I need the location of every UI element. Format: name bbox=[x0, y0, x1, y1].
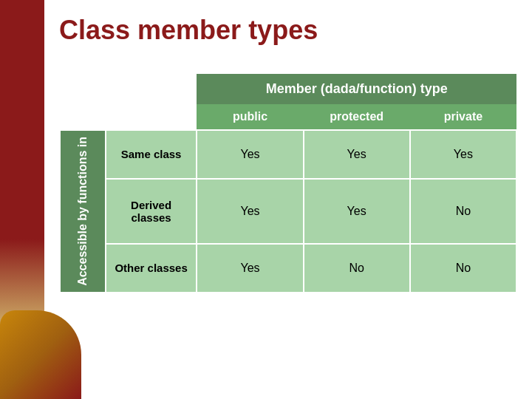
col-header-private: private bbox=[410, 104, 516, 130]
col-header-protected: protected bbox=[304, 104, 410, 130]
row-label-other-classes: Other classes bbox=[106, 244, 197, 293]
derived-classes-public: Yes bbox=[197, 179, 303, 244]
other-classes-private: No bbox=[410, 244, 516, 293]
main-header-label: Member (dada/function) type bbox=[197, 74, 516, 104]
col-header-public: public bbox=[197, 104, 303, 130]
same-class-protected: Yes bbox=[304, 130, 410, 179]
row-label-same-class: Same class bbox=[106, 130, 197, 179]
other-classes-public: Yes bbox=[197, 244, 303, 293]
header-empty-2 bbox=[106, 74, 197, 104]
sub-header-empty-1 bbox=[60, 104, 106, 130]
derived-classes-protected: Yes bbox=[304, 179, 410, 244]
sub-header-empty-2 bbox=[106, 104, 197, 130]
bottom-left-decoration bbox=[0, 310, 81, 399]
row-label-derived-classes: Derived classes bbox=[106, 179, 197, 244]
table-row-derived-classes: Derived classes Yes Yes No bbox=[60, 179, 516, 244]
table-row-same-class: Accessible by functions in Same class Ye… bbox=[60, 130, 516, 179]
table-row-other-classes: Other classes Yes No No bbox=[60, 244, 516, 293]
header-empty-1 bbox=[60, 74, 106, 104]
same-class-private: Yes bbox=[410, 130, 516, 179]
derived-classes-private: No bbox=[410, 179, 516, 244]
sub-header-row: public protected private bbox=[60, 104, 516, 130]
main-header-row: Member (dada/function) type bbox=[60, 74, 516, 104]
class-member-types-table: Member (dada/function) type public prote… bbox=[59, 74, 517, 293]
row-group-header: Accessible by functions in bbox=[60, 130, 106, 293]
other-classes-protected: No bbox=[304, 244, 410, 293]
table-container: Member (dada/function) type public prote… bbox=[59, 74, 517, 355]
same-class-public: Yes bbox=[197, 130, 303, 179]
page-title: Class member types bbox=[59, 15, 318, 46]
